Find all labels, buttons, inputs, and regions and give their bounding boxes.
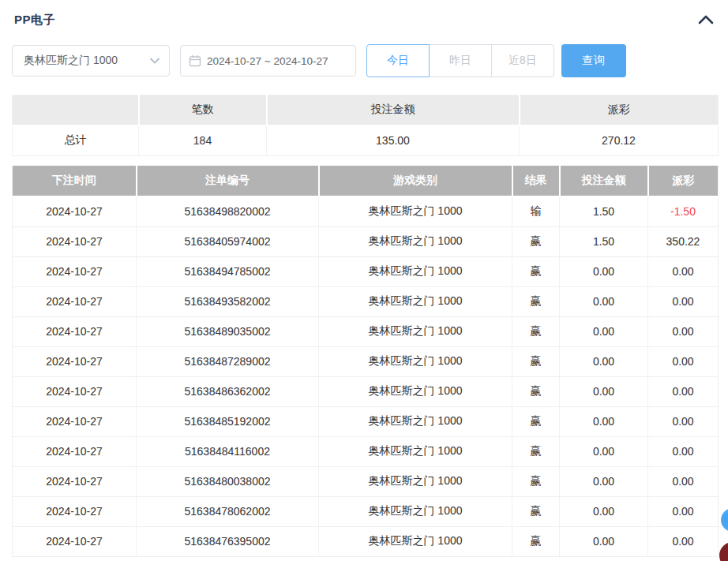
cell-bet-time: 2024-10-27 [13, 286, 137, 316]
cell-bet-time: 2024-10-27 [13, 226, 137, 256]
cell-payout: 0.00 [648, 436, 719, 466]
red-float-button[interactable] [719, 542, 728, 561]
header-payout: 派彩 [648, 166, 719, 196]
cell-payout: 0.00 [648, 496, 719, 526]
summary-header-payout: 派彩 [520, 95, 719, 125]
yesterday-button[interactable]: 昨日 [429, 44, 492, 77]
cell-bet-id: 51638498820002 [137, 196, 319, 226]
summary-header-row: 笔数 投注金额 派彩 [13, 95, 719, 125]
cell-result: 赢 [512, 466, 560, 496]
cell-bet-amount: 0.00 [560, 466, 648, 496]
summary-header-empty [13, 95, 139, 125]
cell-payout: 0.00 [648, 376, 719, 406]
panel-title: PP电子 [14, 13, 55, 28]
date-range-value: 2024-10-27 ~ 2024-10-27 [207, 55, 328, 67]
cell-result: 赢 [512, 316, 560, 346]
cell-game-category: 奥林匹斯之门 1000 [319, 256, 512, 286]
quick-date-buttons: 今日 昨日 近8日 [366, 44, 554, 77]
cell-result: 赢 [512, 376, 560, 406]
game-select-value: 奥林匹斯之门 1000 [24, 54, 118, 68]
cell-bet-id: 51638493582002 [137, 286, 319, 316]
summary-total-payout: 270.12 [520, 125, 719, 156]
cell-bet-amount: 0.00 [560, 286, 648, 316]
summary-table: 笔数 投注金额 派彩 总计 184 135.00 270.12 [12, 95, 719, 156]
chevron-up-icon [698, 15, 714, 24]
game-select[interactable]: 奥林匹斯之门 1000 [12, 45, 170, 77]
cell-payout: 0.00 [648, 526, 719, 556]
cell-bet-amount: 0.00 [560, 316, 648, 346]
cell-result: 输 [512, 196, 560, 226]
cell-bet-time: 2024-10-27 [13, 436, 137, 466]
cell-result: 赢 [512, 256, 560, 286]
records-header-row: 下注时间 注单编号 游戏类别 结果 投注金额 派彩 [13, 166, 719, 196]
collapse-panel-button[interactable] [696, 11, 716, 28]
cell-bet-time: 2024-10-27 [13, 376, 137, 406]
table-row: 2024-10-27 51638476395002 奥林匹斯之门 1000 赢 … [13, 526, 719, 556]
cell-payout: 0.00 [648, 466, 719, 496]
bet-records-table: 下注时间 注单编号 游戏类别 结果 投注金额 派彩 2024-10-27 516… [12, 166, 719, 557]
cell-payout: 350.22 [648, 226, 719, 256]
header-result: 结果 [512, 166, 560, 196]
table-row: 2024-10-27 51638486362002 奥林匹斯之门 1000 赢 … [13, 376, 719, 406]
caret-down-icon [150, 58, 159, 64]
blue-float-button[interactable] [721, 508, 728, 532]
cell-bet-amount: 0.00 [560, 376, 648, 406]
header-bet-id: 注单编号 [137, 166, 319, 196]
cell-payout: 0.00 [648, 316, 719, 346]
cell-bet-amount: 0.00 [560, 346, 648, 376]
cell-result: 赢 [512, 436, 560, 466]
table-row: 2024-10-27 51638480038002 奥林匹斯之门 1000 赢 … [13, 466, 719, 496]
cell-bet-time: 2024-10-27 [13, 256, 137, 286]
cell-game-category: 奥林匹斯之门 1000 [319, 496, 512, 526]
filter-row: 奥林匹斯之门 1000 2024-10-27 ~ 2024-10-27 今日 昨… [12, 44, 719, 77]
cell-bet-time: 2024-10-27 [13, 496, 137, 526]
cell-bet-id: 51638487289002 [137, 346, 319, 376]
cell-bet-id: 51638484116002 [137, 436, 319, 466]
summary-total-label: 总计 [13, 125, 139, 156]
header-bet-amount: 投注金额 [560, 166, 648, 196]
summary-total-row: 总计 184 135.00 270.12 [13, 125, 719, 156]
cell-result: 赢 [512, 496, 560, 526]
summary-header-bet-amount: 投注金额 [267, 95, 520, 125]
summary-header-count: 笔数 [139, 95, 267, 125]
cell-bet-amount: 1.50 [560, 226, 648, 256]
cell-payout: -1.50 [648, 196, 719, 226]
cell-game-category: 奥林匹斯之门 1000 [319, 286, 512, 316]
cell-bet-id: 51638485192002 [137, 406, 319, 436]
last-8-days-button[interactable]: 近8日 [491, 44, 554, 77]
cell-bet-id: 51638476395002 [137, 526, 319, 556]
cell-game-category: 奥林匹斯之门 1000 [319, 346, 512, 376]
cell-bet-amount: 0.00 [560, 496, 648, 526]
table-row: 2024-10-27 51638494785002 奥林匹斯之门 1000 赢 … [13, 256, 719, 286]
table-row: 2024-10-27 51638484116002 奥林匹斯之门 1000 赢 … [13, 436, 719, 466]
cell-result: 赢 [512, 346, 560, 376]
cell-bet-id: 51638486362002 [137, 376, 319, 406]
summary-total-count: 184 [139, 125, 267, 156]
cell-game-category: 奥林匹斯之门 1000 [319, 466, 512, 496]
cell-bet-time: 2024-10-27 [13, 406, 137, 436]
cell-bet-time: 2024-10-27 [13, 526, 137, 556]
search-button[interactable]: 查询 [561, 44, 626, 77]
cell-game-category: 奥林匹斯之门 1000 [319, 526, 512, 556]
date-range-picker[interactable]: 2024-10-27 ~ 2024-10-27 [180, 45, 356, 77]
cell-game-category: 奥林匹斯之门 1000 [319, 316, 512, 346]
cell-game-category: 奥林匹斯之门 1000 [319, 376, 512, 406]
cell-result: 赢 [512, 406, 560, 436]
summary-total-bet-amount: 135.00 [267, 125, 520, 156]
cell-bet-time: 2024-10-27 [13, 196, 137, 226]
table-row: 2024-10-27 51638485192002 奥林匹斯之门 1000 赢 … [13, 406, 719, 436]
cell-bet-time: 2024-10-27 [13, 466, 137, 496]
cell-payout: 0.00 [648, 346, 719, 376]
table-row: 2024-10-27 51638405974002 奥林匹斯之门 1000 赢 … [13, 226, 719, 256]
cell-payout: 0.00 [648, 406, 719, 436]
cell-result: 赢 [512, 526, 560, 556]
cell-bet-time: 2024-10-27 [13, 346, 137, 376]
cell-bet-id: 51638489035002 [137, 316, 319, 346]
today-button[interactable]: 今日 [366, 44, 430, 77]
cell-game-category: 奥林匹斯之门 1000 [319, 436, 512, 466]
cell-payout: 0.00 [648, 256, 719, 286]
cell-bet-amount: 0.00 [560, 406, 648, 436]
table-row: 2024-10-27 51638489035002 奥林匹斯之门 1000 赢 … [13, 316, 719, 346]
cell-game-category: 奥林匹斯之门 1000 [319, 196, 512, 226]
panel-header: PP电子 [12, 8, 719, 32]
